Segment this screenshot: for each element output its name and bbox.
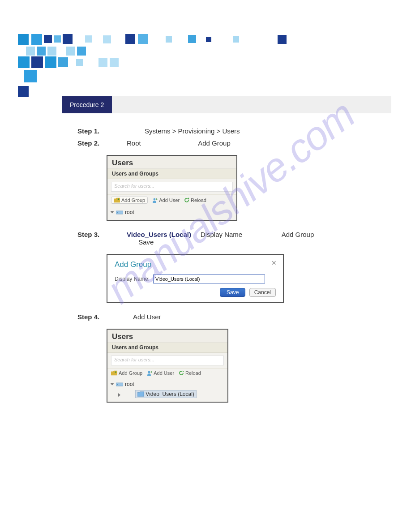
user-plus-icon [152,197,158,203]
svg-point-13 [117,384,118,385]
step-3-add-group: Add Group [282,231,314,238]
panel1-tree-root-label: root [125,209,134,215]
step-2-root: Root [127,139,141,147]
dialog-field-label: Display Name: [115,276,150,282]
step-4-row: Step 4. Add User [77,313,384,321]
panel1-subtitle: Users and Groups [107,169,236,179]
step-3-group-name: Video_Users (Local) [127,231,191,238]
svg-rect-11 [151,371,152,373]
step-1-row: Step 1. Systems > Provisioning > Users [77,127,384,135]
display-name-input[interactable] [153,275,265,283]
caret-right-icon [118,393,120,397]
panel3-add-group-label: Add Group [119,370,142,376]
panel1-toolbar: Add Group Add User Reload [107,194,236,206]
panel1-reload-button[interactable]: Reload [184,197,206,203]
procedure-header-bar: Procedure 2 [62,96,391,113]
panel1-tree: root [107,206,236,220]
panel3-tree-root[interactable]: root [111,380,224,388]
svg-point-6 [117,212,118,213]
folder-plus-icon [114,197,120,203]
step-1-label: Step 1. [77,127,127,135]
svg-point-2 [154,198,156,201]
svg-rect-4 [157,198,157,200]
dialog-buttons: Save Cancel [115,288,276,297]
footer-rule [20,508,391,508]
panel1-add-group-label: Add Group [121,197,145,203]
panel1-tree-root[interactable]: root [111,208,233,216]
drive-icon [116,210,123,215]
drive-icon [116,382,123,387]
step-3-row: Step 3. Video_Users (Local) Display Name… [77,231,384,246]
panel3-tree-child[interactable]: Video_Users (Local) [135,390,197,398]
panel1-search-input[interactable]: Search for users... [111,182,233,192]
reload-icon [179,370,184,376]
panel3-add-user-label: Add User [154,370,174,376]
step-3-body: Video_Users (Local) Display Name Add Gro… [127,231,384,246]
panel3-add-group-button[interactable]: Add Group [111,370,142,376]
procedure-tab: Procedure 2 [62,96,112,113]
users-panel-1: Users Users and Groups Search for users.… [107,155,237,221]
users-panel-2: Users Users and Groups Search for users.… [107,329,228,403]
save-button[interactable]: Save [220,288,245,297]
caret-down-icon [111,383,114,386]
svg-point-9 [148,371,150,373]
panel3-search-input[interactable]: Search for users... [111,356,224,365]
panel1-reload-label: Reload [191,197,206,203]
step-1-nav: Systems > Provisioning > Users [127,127,384,135]
panel3-tree-child-label: Video_Users (Local) [146,391,194,397]
panel3-title: Users [107,330,227,343]
panel1-title: Users [107,156,236,169]
panel3-subtitle: Users and Groups [107,343,227,353]
panel3-reload-label: Reload [185,370,201,376]
close-icon[interactable]: ✕ [271,259,277,266]
panel3-add-user-button[interactable]: Add User [147,370,174,376]
svg-rect-8 [116,371,116,373]
step-2-row: Step 2. Root Add Group [77,139,384,147]
folder-icon [137,391,144,397]
step-4-add-user: Add User [127,313,384,321]
panel1-add-group-button[interactable]: Add Group [111,197,148,204]
cancel-button[interactable]: Cancel [249,288,276,297]
panel3-toolbar: Add Group Add User Reload [107,368,227,378]
step-2-label: Step 2. [77,139,127,147]
step-3-save: Save [138,238,154,246]
user-plus-icon [147,370,152,376]
svg-rect-1 [118,198,119,200]
dialog-field-row: Display Name: [115,275,276,283]
panel3-tree: root Video_Users (Local) [107,378,227,402]
dialog-title: Add Group [115,260,276,269]
panel1-add-user-button[interactable]: Add User [152,197,180,203]
reload-icon [184,197,189,203]
panel1-add-user-label: Add User [159,197,180,203]
step-4-label: Step 4. [77,313,127,321]
panel3-reload-button[interactable]: Reload [179,370,201,376]
step-2-add-group: Add Group [198,139,231,147]
step-3-display-name: Display Name [201,231,242,238]
caret-down-icon [111,211,114,214]
add-group-dialog: ✕ Add Group Display Name: Save Cancel [107,254,284,303]
decorative-squares [18,34,300,97]
step-2-body: Root Add Group [127,139,384,147]
step-3-label: Step 3. [77,231,127,238]
panel3-tree-root-label: root [125,381,134,387]
folder-plus-icon [111,370,117,376]
